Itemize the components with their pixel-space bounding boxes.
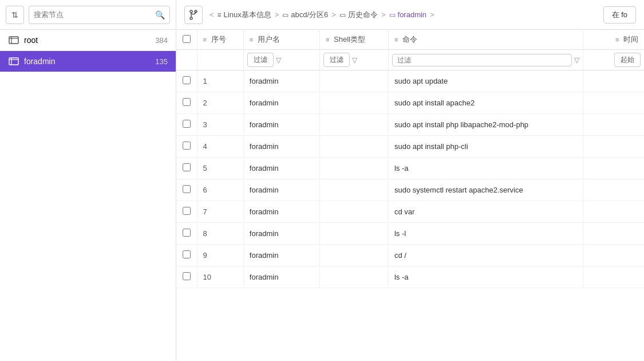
breadcrumb-linux-label: Linux基本信息 [224,10,271,20]
breadcrumb-sep-2: > [331,10,336,19]
table-row: 1 foradmin sudo apt update [176,70,644,92]
row-checkbox-7[interactable] [183,229,191,237]
breadcrumb-linux[interactable]: ≡ Linux基本信息 [218,10,271,20]
row-checkbox-0[interactable] [183,76,191,84]
row-checkbox-cell[interactable] [176,245,197,266]
sidebar-item-root-count: 384 [155,36,168,45]
th-shell-icon: ≡ [326,36,329,43]
breadcrumb-foradmin-icon: ▭ [389,11,396,19]
sort-button[interactable]: ⇅ [6,6,24,24]
breadcrumb-abcd[interactable]: ▭ abcd/分区6 [282,10,328,20]
row-checkbox-2[interactable] [183,120,191,128]
filter-time-start-button[interactable]: 起始 [614,53,641,67]
row-time-5 [583,179,644,201]
row-time-6 [583,201,644,223]
row-num-6: 7 [197,201,243,223]
th-num: ≡ 序号 [197,30,243,50]
row-checkbox-cell[interactable] [176,158,197,179]
sidebar-list: root 384 foradmin 135 [0,30,176,361]
filter-user-icon[interactable]: ▽ [276,56,281,64]
row-checkbox-9[interactable] [183,272,191,280]
filter-td-num [197,50,243,70]
row-shell-3 [320,136,389,158]
row-user-8: foradmin [243,245,319,266]
th-shell-label: Shell类型 [334,35,365,44]
row-shell-5 [320,179,389,201]
row-checkbox-cell[interactable] [176,92,197,114]
row-num-0: 1 [197,70,243,92]
row-checkbox-cell[interactable] [176,136,197,158]
table-row: 10 foradmin ls -a [176,266,644,288]
breadcrumb-bar: < ≡ Linux基本信息 > ▭ abcd/分区6 > ▭ 历史命令 > ▭ … [176,0,644,30]
row-checkbox-8[interactable] [183,250,191,258]
breadcrumb-abcd-icon: ▭ [282,11,289,19]
row-num-5: 6 [197,179,243,201]
row-cmd-6: cd var [388,201,583,223]
filter-td-time[interactable]: 起始 [583,50,644,70]
filter-cmd-input[interactable] [392,54,572,66]
table-body: 1 foradmin sudo apt update 2 foradmin su… [176,70,644,288]
row-cmd-9: ls -a [388,266,583,288]
row-checkbox-1[interactable] [183,98,191,106]
row-checkbox-5[interactable] [183,185,191,193]
row-num-8: 9 [197,245,243,266]
breadcrumb-history[interactable]: ▭ 历史命令 [339,10,378,20]
sidebar-item-root[interactable]: root 384 [0,30,176,51]
row-shell-4 [320,158,389,179]
row-num-3: 4 [197,136,243,158]
row-time-3 [583,136,644,158]
search-input[interactable] [34,10,155,19]
row-checkbox-cell[interactable] [176,114,197,136]
breadcrumb-foradmin[interactable]: ▭ foradmin [389,10,427,19]
row-user-7: foradmin [243,223,319,245]
row-checkbox-3[interactable] [183,142,191,150]
row-cmd-8: cd / [388,245,583,266]
row-shell-9 [320,266,389,288]
svg-point-8 [190,17,192,19]
row-user-2: foradmin [243,114,319,136]
th-user: ≡ 用户名 [243,30,319,50]
filter-cmd-icon[interactable]: ▽ [574,56,579,64]
row-checkbox-cell[interactable] [176,266,197,288]
breadcrumb-abcd-label: abcd/分区6 [291,10,328,20]
row-checkbox-cell[interactable] [176,179,197,201]
select-all-checkbox[interactable] [183,35,191,43]
table-row: 4 foradmin sudo apt install php-cli [176,136,644,158]
row-checkbox-cell[interactable] [176,70,197,92]
breadcrumb-sep-1: > [275,10,279,19]
table-row: 5 foradmin ls -a [176,158,644,179]
th-cmd: ≡ 命令 [388,30,583,50]
breadcrumb-history-label: 历史命令 [348,10,378,20]
sidebar-item-foradmin-count: 135 [155,57,168,66]
node-icon-root [8,36,19,45]
sidebar-item-foradmin[interactable]: foradmin 135 [0,51,176,72]
row-user-1: foradmin [243,92,319,114]
row-time-9 [583,266,644,288]
filter-td-shell[interactable]: 过滤 ▽ [320,50,389,70]
row-shell-2 [320,114,389,136]
row-num-4: 5 [197,158,243,179]
search-icon: 🔍 [155,10,165,19]
filter-user-button[interactable]: 过滤 [247,53,274,67]
breadcrumb-chevron-left: < [210,10,214,19]
sidebar: ⇅ 🔍 root 384 [0,0,176,361]
row-user-4: foradmin [243,158,319,179]
filter-td-cmd[interactable]: ▽ [388,50,583,70]
breadcrumb-foradmin-label: foradmin [398,10,427,19]
filter-td-user[interactable]: 过滤 ▽ [243,50,319,70]
row-time-8 [583,245,644,266]
row-checkbox-cell[interactable] [176,223,197,245]
row-shell-8 [320,245,389,266]
filter-shell-button[interactable]: 过滤 [323,53,350,67]
row-user-5: foradmin [243,179,319,201]
row-checkbox-cell[interactable] [176,201,197,223]
th-num-label: 序号 [211,35,226,44]
row-num-9: 10 [197,266,243,288]
filter-td-empty [176,50,197,70]
filter-shell-icon[interactable]: ▽ [352,56,357,64]
th-checkbox [176,30,197,50]
table-row: 6 foradmin sudo systemctl restart apache… [176,179,644,201]
row-checkbox-6[interactable] [183,207,191,215]
open-button[interactable]: 在 fo [603,6,636,23]
row-checkbox-4[interactable] [183,163,191,171]
